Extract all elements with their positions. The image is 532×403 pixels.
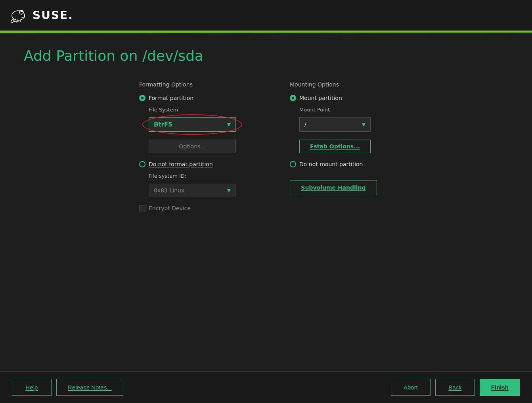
format-partition-radio[interactable]: Format partition	[139, 95, 258, 101]
mount-partition-radio-dot	[290, 95, 296, 101]
do-not-mount-radio[interactable]: Do not mount partition	[290, 161, 393, 167]
subvolume-handling-label: Subvolume Handling	[301, 184, 366, 191]
filesystem-chevron-icon: ▼	[227, 122, 231, 127]
file-system-label: File System	[149, 107, 258, 113]
footer-right-buttons: Abort Back Finish	[391, 379, 520, 396]
encrypt-device-row[interactable]: Encrypt Device	[139, 205, 258, 211]
do-not-mount-label: Do not mount partition	[299, 161, 363, 167]
chameleon-icon	[10, 7, 29, 24]
mount-partition-label: Mount partition	[299, 95, 342, 101]
encrypt-checkbox[interactable]	[139, 205, 145, 211]
do-not-mount-radio-dot	[290, 161, 296, 167]
abort-button[interactable]: Abort	[391, 379, 431, 396]
fstab-options-label: Fstab Options...	[310, 143, 360, 150]
linux-fs-chevron-icon: ▼	[227, 188, 231, 193]
file-system-id-label: File system ID:	[149, 173, 258, 179]
format-partition-label: Format partition	[149, 95, 193, 101]
main-content: Formatting Options Format partition File…	[0, 73, 532, 371]
format-partition-radio-dot	[139, 95, 145, 101]
release-notes-button[interactable]: Release Notes...	[56, 379, 123, 396]
suse-logo: SUSE.	[10, 7, 73, 24]
mount-point-value: /	[304, 121, 306, 128]
do-not-format-radio[interactable]: Do not format partition	[139, 161, 258, 167]
svg-point-3	[21, 11, 22, 12]
subvolume-handling-button[interactable]: Subvolume Handling	[290, 180, 377, 195]
suse-brand-text: SUSE.	[33, 9, 73, 22]
svg-point-0	[12, 11, 25, 20]
options-button-label: Options...	[179, 143, 205, 150]
page-title: Add Partition on /dev/sda	[24, 48, 508, 64]
fstab-options-button[interactable]: Fstab Options...	[299, 140, 371, 153]
help-button[interactable]: Help	[12, 379, 52, 396]
filesystem-value: BtrFS	[154, 121, 172, 128]
formatting-options-panel: Formatting Options Format partition File…	[139, 81, 258, 363]
filesystem-select[interactable]: BtrFS ▼	[149, 117, 236, 132]
page-title-area: Add Partition on /dev/sda	[0, 33, 532, 73]
do-not-format-label: Do not format partition	[149, 161, 213, 167]
do-not-format-radio-dot	[139, 161, 145, 167]
footer: Help Release Notes... Abort Back Finish	[0, 371, 532, 403]
mount-partition-radio[interactable]: Mount partition	[290, 95, 393, 101]
mount-point-label: Mount Point	[299, 107, 393, 113]
mounting-options-title: Mounting Options	[290, 81, 393, 88]
filesystem-select-wrapper: BtrFS ▼	[149, 117, 236, 132]
mount-point-chevron-icon: ▼	[362, 122, 366, 127]
linux-fs-value: 0x83 Linux	[154, 187, 184, 194]
encrypt-label: Encrypt Device	[149, 205, 191, 211]
header: SUSE.	[0, 0, 532, 32]
finish-button[interactable]: Finish	[480, 379, 520, 396]
footer-left-buttons: Help Release Notes...	[12, 379, 123, 396]
back-button[interactable]: Back	[435, 379, 475, 396]
formatting-options-title: Formatting Options	[139, 81, 258, 88]
linux-fs-select[interactable]: 0x83 Linux ▼	[149, 184, 236, 197]
mounting-options-panel: Mounting Options Mount partition Mount P…	[290, 81, 393, 363]
mount-point-select[interactable]: / ▼	[299, 117, 371, 132]
options-button[interactable]: Options...	[149, 140, 236, 153]
